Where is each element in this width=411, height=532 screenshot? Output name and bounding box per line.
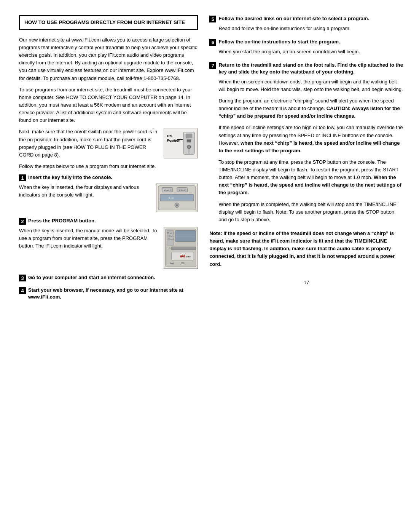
step-1-title: Insert the key fully into the console.	[28, 174, 112, 181]
step-7-bold3: when the next “chirp” is heard, the spee…	[218, 140, 400, 153]
svg-text:START: START	[164, 189, 171, 192]
step-5-block: 5 Follow the desired links on our intern…	[209, 15, 403, 32]
note-text: Note: If the speed or incline of the tre…	[209, 230, 395, 267]
step-5-text: Read and follow the on-line instructions…	[218, 25, 403, 32]
program-console-svg: NR grade 6.0 mph 1.5% grade LS	[164, 227, 198, 269]
section-header: HOW TO USE PROGRAMS DIRECTLY FROM OUR IN…	[19, 15, 198, 30]
page-number: 17	[209, 280, 403, 285]
svg-rect-15	[160, 194, 194, 201]
step-1-text: When the key is inserted, the four displ…	[19, 184, 151, 199]
console-image: START STOP ↑A ↑O	[156, 184, 198, 212]
console-svg: START STOP ↑A ↑O	[156, 184, 198, 212]
right-column: 5 Follow the desired links on our intern…	[209, 15, 403, 306]
switch-svg: On Position	[164, 128, 198, 158]
switch-paragraph: Next, make sure that the on/off switch n…	[19, 128, 158, 159]
step-6-title: Follow the on-line instructions to start…	[218, 38, 340, 45]
svg-text:(km): (km)	[170, 262, 174, 264]
step-6-text: When you start the program, an on-screen…	[218, 48, 403, 56]
left-column: HOW TO USE PROGRAMS DIRECTLY FROM OUR IN…	[19, 15, 198, 306]
svg-text:On: On	[167, 134, 172, 138]
step-4-header: 4 Start your web browser, if necessary, …	[19, 287, 198, 300]
program-console-image: NR grade 6.0 mph 1.5% grade LS	[164, 227, 198, 269]
step-5-title: Follow the desired links on our internet…	[218, 15, 369, 22]
step-7-text4-block: To stop the program at any time, press t…	[218, 158, 403, 197]
step-2-title: Press the PROGRAM button.	[28, 217, 96, 224]
page-number-text: 17	[304, 280, 309, 285]
step-1-block: 1 Insert the key fully into the console.…	[19, 174, 198, 212]
step-7-text1: When the on-screen countdown ends, the p…	[218, 78, 403, 93]
step-7-text4: To stop the program at any time, press t…	[218, 159, 398, 180]
page-container: HOW TO USE PROGRAMS DIRECTLY FROM OUR IN…	[19, 15, 392, 306]
step-7-text3-block: If the speed or incline settings are too…	[218, 124, 403, 155]
step-7-text2-block: During the program, an electronic “chirp…	[218, 97, 403, 120]
step-4-block: 4 Start your web browser, if necessary, …	[19, 287, 198, 300]
step-6-number: 6	[209, 39, 216, 46]
svg-rect-25	[175, 230, 196, 241]
step-7-text5: When the program is completed, the walki…	[218, 201, 403, 224]
step-4-number: 4	[19, 287, 26, 294]
step-2-number: 2	[19, 218, 26, 225]
step-3-title: Go to your computer and start an interne…	[28, 274, 155, 281]
svg-text:1.5% grade: 1.5% grade	[167, 238, 174, 240]
note-paragraph: Note: If the speed or incline of the tre…	[209, 230, 403, 268]
svg-text:.com: .com	[186, 256, 191, 258]
step-7-header: 7 Return to the treadmill and stand on t…	[209, 62, 403, 75]
intro-paragraph-2: To use programs from our internet site, …	[19, 86, 198, 125]
step-3-block: 3 Go to your computer and start an inter…	[19, 274, 198, 281]
step-1-content: When the key is inserted, the four displ…	[19, 184, 198, 212]
step-5-number: 5	[209, 16, 216, 22]
switch-image: On Position	[164, 128, 198, 158]
section-title: HOW TO USE PROGRAMS DIRECTLY FROM OUR IN…	[24, 19, 185, 25]
step-7-block: 7 Return to the treadmill and stand on t…	[209, 62, 403, 224]
step-7-number: 7	[209, 62, 216, 69]
step-2-header: 2 Press the PROGRAM button.	[19, 217, 198, 225]
step-5-header: 5 Follow the desired links on our intern…	[209, 15, 403, 22]
step-1-number: 1	[19, 174, 26, 181]
follow-paragraph: Follow the steps below to use a program …	[19, 163, 198, 170]
svg-rect-29	[172, 247, 196, 250]
step-1-header: 1 Insert the key fully into the console.	[19, 174, 198, 181]
step-2-block: 2 Press the PROGRAM button. When the key…	[19, 217, 198, 269]
svg-rect-6	[187, 140, 191, 143]
svg-text:iFit: iFit	[180, 255, 186, 259]
svg-rect-5	[186, 134, 193, 139]
svg-text:NR grade: NR grade	[167, 232, 174, 234]
step-3-number: 3	[19, 275, 26, 281]
intro-paragraph-1: Our new internet site at www.iFit.com al…	[19, 36, 198, 82]
svg-text:↑A  ↑O: ↑A ↑O	[168, 197, 174, 199]
svg-point-7	[187, 145, 191, 149]
step-7-title: Return to the treadmill and stand on the…	[218, 62, 403, 75]
svg-text:6.0 mph: 6.0 mph	[168, 235, 173, 237]
step-6-header: 6 Follow the on-line instructions to sta…	[209, 38, 403, 46]
svg-text:0        20: 0 20	[181, 262, 185, 264]
step-6-block: 6 Follow the on-line instructions to sta…	[209, 38, 403, 56]
svg-text:STOP: STOP	[179, 189, 185, 192]
svg-text:LS: LS	[168, 247, 170, 249]
step-4-title: Start your web browser, if necessary, an…	[28, 287, 198, 300]
svg-point-18	[176, 204, 178, 206]
switch-section: Next, make sure that the on/off switch n…	[19, 128, 198, 159]
step-3-header: 3 Go to your computer and start an inter…	[19, 274, 198, 281]
step-2-text: When the key is inserted, the manual mod…	[19, 227, 159, 250]
step-2-content: When the key is inserted, the manual mod…	[19, 227, 198, 269]
